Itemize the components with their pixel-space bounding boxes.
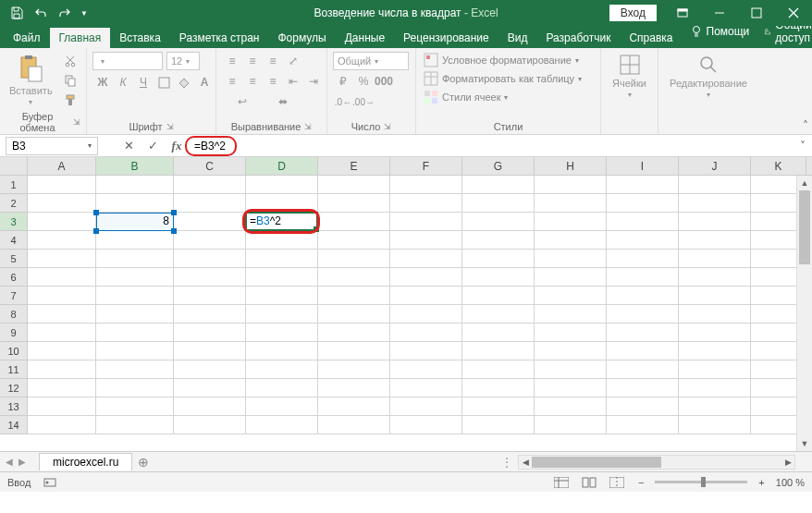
zoom-in-icon[interactable]: + xyxy=(755,477,768,488)
font-size-combo[interactable]: 12▾ xyxy=(166,52,200,70)
align-left-icon[interactable]: ≡ xyxy=(222,72,242,91)
scroll-left-icon[interactable]: ◀ xyxy=(519,456,532,469)
cell[interactable] xyxy=(246,268,318,287)
cell[interactable]: 8 xyxy=(96,213,174,231)
align-center-icon[interactable]: ≡ xyxy=(242,72,263,91)
cell[interactable] xyxy=(390,416,462,434)
row-header[interactable]: 12 xyxy=(0,379,28,397)
cell[interactable] xyxy=(607,379,679,397)
tab-данные[interactable]: Данные xyxy=(336,28,394,48)
enter-formula-icon[interactable]: ✓ xyxy=(141,137,165,155)
cell[interactable] xyxy=(318,268,390,287)
cell[interactable] xyxy=(462,176,535,194)
row-header[interactable]: 7 xyxy=(0,287,28,305)
cell[interactable] xyxy=(96,194,174,213)
cell[interactable] xyxy=(246,250,318,268)
cell[interactable] xyxy=(390,287,462,305)
scroll-thumb[interactable] xyxy=(799,190,810,264)
cell[interactable] xyxy=(28,268,96,287)
cell[interactable] xyxy=(462,416,535,434)
cell[interactable] xyxy=(246,176,318,194)
cell[interactable] xyxy=(462,287,535,305)
tab-главная[interactable]: Главная xyxy=(50,28,111,48)
cell[interactable] xyxy=(28,342,96,360)
row-header[interactable]: 8 xyxy=(0,305,28,324)
cell[interactable] xyxy=(28,250,96,268)
page-layout-icon[interactable] xyxy=(579,474,599,491)
tab-рецензирование[interactable]: Рецензирование xyxy=(394,28,498,48)
cell[interactable] xyxy=(607,250,679,268)
cell[interactable] xyxy=(28,416,96,434)
cell[interactable] xyxy=(174,231,246,250)
cell[interactable] xyxy=(390,342,462,360)
cell[interactable] xyxy=(535,360,607,379)
align-launcher[interactable]: ⇲ xyxy=(304,122,312,131)
cell[interactable] xyxy=(462,360,535,379)
cell[interactable] xyxy=(390,324,462,342)
column-header[interactable]: H xyxy=(535,157,607,175)
cell[interactable] xyxy=(390,379,462,397)
cut-icon[interactable] xyxy=(60,52,80,70)
tab-справка[interactable]: Справка xyxy=(620,28,682,48)
cell[interactable] xyxy=(174,397,246,416)
cell[interactable] xyxy=(318,287,390,305)
editing-button[interactable]: Редактирование ▾ xyxy=(666,52,751,101)
currency-icon[interactable]: ₽ xyxy=(333,72,353,91)
cell[interactable] xyxy=(246,360,318,379)
cell[interactable] xyxy=(318,360,390,379)
cell[interactable] xyxy=(607,305,679,324)
cell[interactable] xyxy=(679,287,751,305)
cells-area[interactable]: 8 =B3^2 xyxy=(28,176,812,434)
cell[interactable] xyxy=(390,194,462,213)
tab-разметка стран[interactable]: Разметка стран xyxy=(170,28,269,48)
cell[interactable] xyxy=(318,213,390,231)
cell[interactable] xyxy=(28,360,96,379)
cell[interactable] xyxy=(96,360,174,379)
cell[interactable] xyxy=(607,324,679,342)
row-header[interactable]: 10 xyxy=(0,342,28,360)
cell[interactable] xyxy=(28,194,96,213)
add-sheet-icon[interactable]: ⊕ xyxy=(132,455,154,470)
clipboard-launcher[interactable]: ⇲ xyxy=(73,117,80,127)
sheet-nav[interactable]: ◀▶ xyxy=(0,457,31,467)
cell[interactable] xyxy=(535,250,607,268)
cell[interactable] xyxy=(535,268,607,287)
cell[interactable] xyxy=(96,324,174,342)
cell[interactable] xyxy=(462,194,535,213)
number-launcher[interactable]: ⇲ xyxy=(384,122,391,131)
expand-formula-icon[interactable]: ˅ xyxy=(794,140,812,153)
cell[interactable] xyxy=(96,342,174,360)
close-icon[interactable] xyxy=(775,0,812,26)
format-table-button[interactable]: Форматировать как таблицу▾ xyxy=(422,70,584,87)
cell[interactable] xyxy=(246,416,318,434)
cell[interactable] xyxy=(679,324,751,342)
cell[interactable] xyxy=(96,268,174,287)
undo-icon[interactable] xyxy=(30,2,52,24)
percent-icon[interactable]: % xyxy=(353,72,374,91)
fill-color-button[interactable] xyxy=(174,73,194,92)
cell[interactable] xyxy=(535,213,607,231)
cell[interactable] xyxy=(679,360,751,379)
cell[interactable] xyxy=(318,397,390,416)
row-header[interactable]: 3 xyxy=(0,213,28,231)
scroll-up-icon[interactable]: ▲ xyxy=(797,176,812,190)
maximize-icon[interactable] xyxy=(738,0,775,26)
sheet-next-icon[interactable]: ▶ xyxy=(18,457,26,467)
cell[interactable] xyxy=(679,342,751,360)
cell[interactable] xyxy=(607,213,679,231)
row-header[interactable]: 5 xyxy=(0,250,28,268)
cell[interactable] xyxy=(679,250,751,268)
paste-button[interactable]: Вставить ▾ xyxy=(6,52,56,108)
cell[interactable] xyxy=(28,287,96,305)
cell[interactable] xyxy=(679,379,751,397)
cell[interactable] xyxy=(679,305,751,324)
hscroll-thumb[interactable] xyxy=(532,457,661,468)
cell[interactable] xyxy=(96,287,174,305)
zoom-level[interactable]: 100 % xyxy=(776,477,805,488)
cell[interactable] xyxy=(246,324,318,342)
page-break-icon[interactable] xyxy=(607,474,627,491)
tab-вид[interactable]: Вид xyxy=(498,28,537,48)
column-header[interactable]: E xyxy=(318,157,390,175)
comma-icon[interactable]: 000 xyxy=(374,72,394,91)
row-header[interactable]: 13 xyxy=(0,397,28,416)
